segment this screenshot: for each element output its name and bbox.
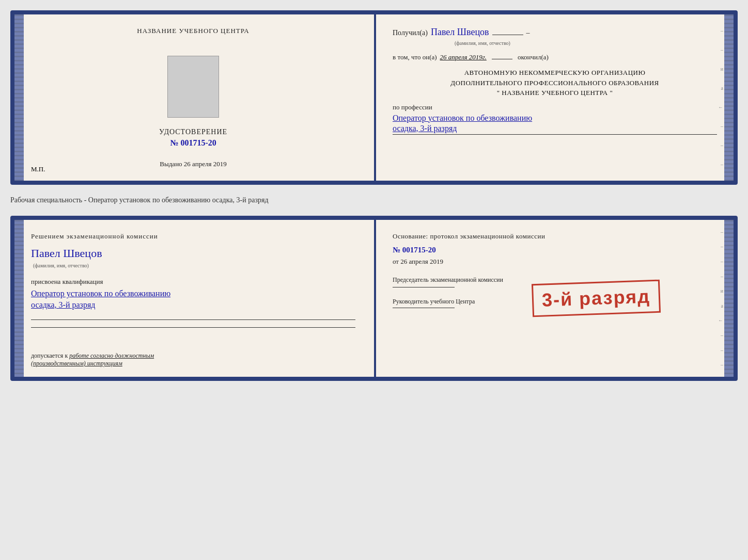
vtom-label: в том, что он(а) xyxy=(393,53,437,61)
protocol-num: № 001715-20 xyxy=(393,246,717,254)
bottom-fio-sublabel: (фамилия, имя, отчество) xyxy=(33,263,89,268)
org-line2: ДОПОЛНИТЕЛЬНОГО ПРОФЕССИОНАЛЬНОГО ОБРАЗО… xyxy=(393,78,717,88)
dopuskaetsya-label: допускается к xyxy=(31,352,68,359)
razryad-handwritten: осадка, 3-й разряд xyxy=(393,124,717,135)
poluchil-name: Павел Швецов xyxy=(431,27,489,38)
vydano-date: 26 апреля 2019 xyxy=(184,160,227,168)
dash-line xyxy=(492,35,523,35)
bottom-name: Павел Швецов xyxy=(31,247,102,260)
udostoverenie-num: № 001715-20 xyxy=(159,138,227,148)
bottom-document: Решением экзаменационной комиссии Павел … xyxy=(10,216,738,381)
vydano-line: Выдано 26 апреля 2019 xyxy=(160,160,226,168)
qual-profession-text: Оператор установок по обезвоживанию xyxy=(31,289,170,298)
spine-right-bottom xyxy=(724,220,734,377)
qual-razryad: осадка, 3-й разряд xyxy=(31,300,95,309)
qual-profession: Оператор установок по обезвоживанию осад… xyxy=(31,288,170,311)
po-professii-label: по профессии xyxy=(393,103,717,111)
vtom-line: в том, что он(а) 26 апреля 2019г. окончи… xyxy=(393,53,717,61)
vydano-label: Выдано xyxy=(160,160,182,168)
poluchil-label: Получил(а) xyxy=(393,29,428,37)
dash: – xyxy=(526,29,530,37)
resheniyem-text: Решением экзаменационной комиссии xyxy=(31,232,158,241)
photo-placeholder xyxy=(167,56,219,118)
top-left-title: НАЗВАНИЕ УЧЕБНОГО ЦЕНТРА xyxy=(137,27,249,35)
middle-label: Рабочая специальность - Оператор установ… xyxy=(10,194,738,206)
org-line1: АВТОНОМНУЮ НЕКОММЕРЧЕСКУЮ ОРГАНИЗАЦИЮ xyxy=(393,68,717,78)
poluchil-line: Получил(а) Павел Швецов – xyxy=(393,27,717,38)
org-block: АВТОНОМНУЮ НЕКОММЕРЧЕСКУЮ ОРГАНИЗАЦИЮ ДО… xyxy=(393,68,717,98)
udostoverenie-title: УДОСТОВЕРЕНИЕ xyxy=(159,128,227,136)
top-doc-right-panel: Получил(а) Павел Швецов – (фамилия, имя,… xyxy=(372,14,734,181)
stamp-text: 3-й разряд xyxy=(541,285,650,311)
predsedatel-sign-line xyxy=(393,287,455,287)
prisvoena-label: присвоена квалификация xyxy=(31,278,103,286)
page-wrapper: НАЗВАНИЕ УЧЕБНОГО ЦЕНТРА УДОСТОВЕРЕНИЕ №… xyxy=(10,10,738,381)
bottom-doc-left-panel: Решением экзаменационной комиссии Павел … xyxy=(14,220,372,377)
fio-sublabel: (фамилия, имя, отчество) xyxy=(455,40,510,46)
top-document: НАЗВАНИЕ УЧЕБНОГО ЦЕНТРА УДОСТОВЕРЕНИЕ №… xyxy=(10,10,738,185)
mp-line: М.П. xyxy=(31,165,45,173)
vtom-date: 26 апреля 2019г. xyxy=(440,53,487,61)
rukovoditel-sign-line xyxy=(393,308,455,308)
right-side-marks: – – и а ← – – – xyxy=(715,14,723,181)
udostoverenie-block: УДОСТОВЕРЕНИЕ № 001715-20 xyxy=(159,128,227,148)
name-block: Павел Швецов (фамилия, имя, отчество) xyxy=(31,247,102,269)
dopuskaetsya-block: допускается к работе согласно должностны… xyxy=(31,352,176,367)
org-line3: " НАЗВАНИЕ УЧЕБНОГО ЦЕНТРА " xyxy=(393,88,717,98)
top-doc-left-panel: НАЗВАНИЕ УЧЕБНОГО ЦЕНТРА УДОСТОВЕРЕНИЕ №… xyxy=(14,14,372,181)
stamp: 3-й разряд xyxy=(532,280,661,317)
bottom-doc-right-panel: Основание: протокол экзаменационной коми… xyxy=(372,220,734,377)
okonchil-label: окончил(а) xyxy=(518,53,549,61)
ot-label: от xyxy=(393,258,399,265)
right-side-marks-bottom: – – – – и а ← – – – xyxy=(715,220,723,377)
spine-right xyxy=(724,14,734,181)
ot-date-val: 26 апреля 2019 xyxy=(400,258,443,265)
ot-date: от 26 апреля 2019 xyxy=(393,258,717,266)
osnovanie-text: Основание: протокол экзаменационной коми… xyxy=(393,232,717,241)
profession-handwritten: Оператор установок по обезвоживанию xyxy=(393,114,717,123)
